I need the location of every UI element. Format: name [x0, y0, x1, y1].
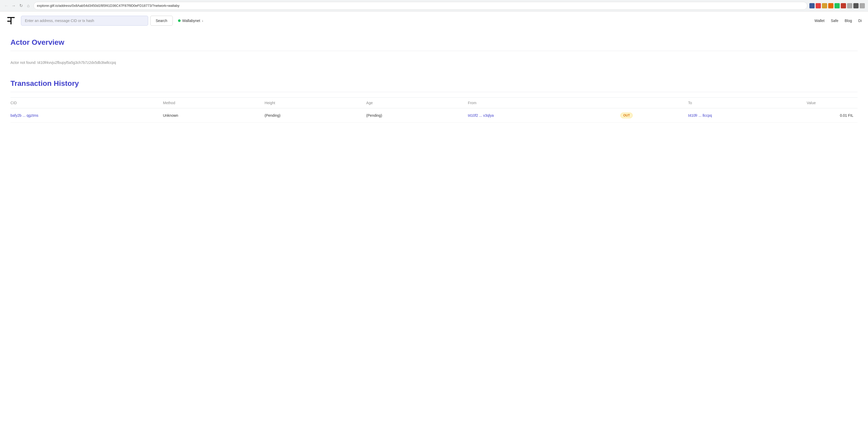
blog-link[interactable]: Blog [845, 19, 852, 23]
reload-button[interactable]: ↻ [18, 3, 24, 9]
col-header-cid: CID [10, 98, 163, 108]
col-header-from: From [468, 98, 620, 108]
cell-to-0: t410fr ... llccpq [688, 108, 807, 123]
cell-from-0: t410f2 ... v3qlya [468, 108, 620, 123]
col-header-age: Age [366, 98, 468, 108]
col-header-direction [620, 98, 688, 108]
forward-button[interactable]: → [10, 3, 17, 9]
browser-nav: ← → ↻ ⌂ [3, 3, 31, 9]
col-header-to: To [688, 98, 807, 108]
di-link[interactable]: Di [858, 19, 862, 23]
cell-value-0: 0.01 FIL [807, 108, 858, 123]
safe-link[interactable]: Safe [831, 19, 838, 23]
home-button[interactable]: ⌂ [25, 3, 31, 9]
back-button[interactable]: ← [3, 3, 9, 9]
search-button[interactable]: Search [150, 16, 173, 26]
network-chevron-icon: ↓ [202, 19, 204, 23]
nav-links: Wallet Safe Blog Di [815, 19, 862, 23]
ext-icon-9 [860, 3, 865, 8]
search-input[interactable] [21, 16, 148, 26]
ext-icon-7 [847, 3, 852, 8]
to-link-0[interactable]: t410fr ... llccpq [688, 113, 712, 118]
search-form: Search [21, 16, 173, 26]
actor-overview-title: Actor Overview [10, 38, 858, 46]
network-dot [178, 19, 181, 22]
from-link-0[interactable]: t410f2 ... v3qlya [468, 113, 494, 118]
svg-rect-2 [7, 21, 10, 22]
network-name: Wallabynet [182, 19, 200, 23]
table-header-row: CID Method Height Age From To Value [10, 98, 858, 108]
actor-not-found-message: Actor not found: t410frkvvju2fbupyl5a5g3… [10, 56, 858, 67]
browser-chrome: ← → ↻ ⌂ explorer.glif.io/address/0x8Aab5… [0, 0, 868, 11]
cell-age-0: (Pending) [366, 108, 468, 123]
ext-icon-1 [809, 3, 815, 8]
table-row: bafy2b ... qgztms Unknown (Pending) (Pen… [10, 108, 858, 123]
logo[interactable] [6, 16, 16, 25]
ext-icon-8 [853, 3, 859, 8]
direction-badge-0: OUT [620, 113, 633, 118]
cell-cid-0: bafy2b ... qgztms [10, 108, 163, 123]
network-indicator[interactable]: Wallabynet ↓ [178, 19, 204, 23]
transaction-history-section: Transaction History CID Method Height Ag… [10, 79, 858, 123]
col-header-value: Value [807, 98, 858, 108]
transaction-table: CID Method Height Age From To Value bafy… [10, 97, 858, 123]
actor-overview-section: Actor Overview Actor not found: t410frkv… [10, 38, 858, 67]
app-header: Search Wallabynet ↓ Wallet Safe Blog Di [0, 11, 868, 30]
cid-link-0[interactable]: bafy2b ... qgztms [10, 113, 38, 118]
ext-icon-6 [841, 3, 846, 8]
wallet-link[interactable]: Wallet [815, 19, 825, 23]
url-text: explorer.glif.io/address/0x8Aab54d3450d1… [37, 4, 180, 8]
ext-icon-3 [822, 3, 827, 8]
cell-height-0: (Pending) [265, 108, 366, 123]
col-header-height: Height [265, 98, 366, 108]
ext-icon-5 [835, 3, 840, 8]
transaction-history-title: Transaction History [10, 79, 858, 88]
transaction-table-container: CID Method Height Age From To Value bafy… [10, 97, 858, 123]
cell-method-0: Unknown [163, 108, 265, 123]
browser-extensions [809, 3, 865, 8]
transaction-history-divider [10, 92, 858, 92]
ext-icon-2 [816, 3, 821, 8]
svg-rect-0 [7, 17, 15, 18]
cell-direction-0: OUT [620, 108, 688, 123]
address-bar[interactable]: explorer.glif.io/address/0x8Aab54d3450d1… [33, 2, 807, 10]
svg-rect-1 [10, 18, 11, 24]
actor-overview-divider [10, 51, 858, 51]
main-content: Actor Overview Actor not found: t410frkv… [0, 30, 868, 131]
col-header-method: Method [163, 98, 265, 108]
ext-icon-4 [828, 3, 833, 8]
